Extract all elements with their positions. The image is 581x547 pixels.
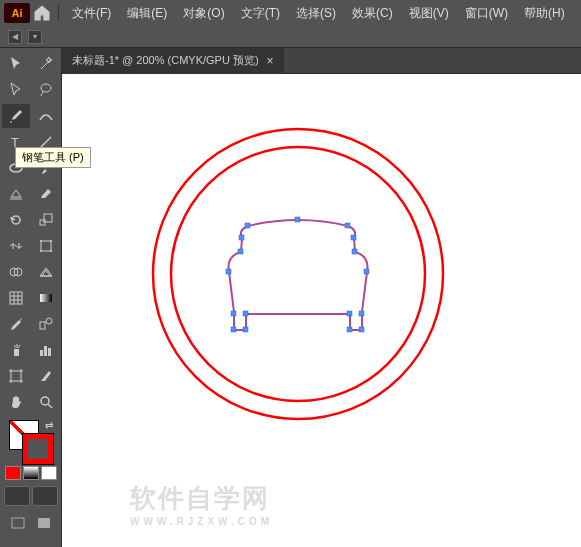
gradient-tool[interactable]: [32, 286, 60, 310]
svg-rect-33: [359, 311, 364, 316]
blend-tool[interactable]: [32, 312, 60, 336]
shape-builder-tool[interactable]: [2, 260, 30, 284]
svg-rect-25: [38, 518, 50, 528]
svg-rect-21: [11, 371, 21, 381]
options-bar: ◀ ▾: [0, 26, 581, 48]
svg-line-2: [41, 137, 51, 147]
fill-stroke-selector[interactable]: ⇄: [9, 420, 53, 464]
canvas[interactable]: [62, 74, 581, 547]
curvature-tool[interactable]: [32, 104, 60, 128]
color-swatch[interactable]: [5, 466, 21, 480]
draw-normal-icon[interactable]: [4, 486, 30, 506]
menu-view[interactable]: 视图(V): [402, 2, 456, 25]
tab-title: 未标题-1* @ 200% (CMYK/GPU 预览): [72, 53, 259, 68]
magic-wand-tool[interactable]: [32, 52, 60, 76]
watermark: 软件自学网 WWW.RJZXW.COM: [130, 481, 273, 527]
svg-rect-39: [231, 327, 236, 332]
close-icon[interactable]: ×: [267, 54, 274, 68]
svg-rect-28: [295, 217, 300, 222]
svg-rect-31: [352, 249, 357, 254]
free-transform-tool[interactable]: [32, 234, 60, 258]
scale-tool[interactable]: [32, 208, 60, 232]
menu-window[interactable]: 窗口(W): [458, 2, 515, 25]
pen-tool[interactable]: [2, 104, 30, 128]
perspective-grid-tool[interactable]: [32, 260, 60, 284]
hand-tool[interactable]: [2, 390, 30, 414]
eraser-tool[interactable]: [32, 182, 60, 206]
lasso-tool[interactable]: [32, 78, 60, 102]
svg-rect-26: [239, 235, 244, 240]
svg-rect-19: [44, 346, 47, 356]
home-icon[interactable]: [32, 3, 52, 23]
document-tab[interactable]: 未标题-1* @ 200% (CMYK/GPU 预览) ×: [62, 48, 284, 74]
svg-point-22: [41, 397, 49, 405]
screen-mode-alt-icon[interactable]: [33, 514, 55, 532]
outer-circle[interactable]: [153, 129, 443, 419]
svg-rect-17: [14, 349, 19, 356]
gradient-swatch[interactable]: [23, 466, 39, 480]
svg-rect-36: [347, 311, 352, 316]
svg-rect-41: [226, 269, 231, 274]
menu-select[interactable]: 选择(S): [289, 2, 343, 25]
symbol-sprayer-tool[interactable]: [2, 338, 30, 362]
width-tool[interactable]: [2, 234, 30, 258]
sofa-path-selected[interactable]: [226, 217, 369, 332]
panel-collapse-icon[interactable]: ▾: [28, 30, 42, 44]
shaper-tool[interactable]: [2, 182, 30, 206]
inner-circle[interactable]: [171, 147, 425, 401]
mesh-tool[interactable]: [2, 286, 30, 310]
svg-point-9: [40, 250, 42, 252]
svg-point-7: [40, 240, 42, 242]
svg-point-10: [50, 250, 52, 252]
rotate-tool[interactable]: [2, 208, 30, 232]
svg-rect-38: [243, 327, 248, 332]
menu-text[interactable]: 文字(T): [234, 2, 287, 25]
svg-rect-35: [347, 327, 352, 332]
svg-rect-30: [351, 235, 356, 240]
menu-edit[interactable]: 编辑(E): [120, 2, 174, 25]
svg-rect-24: [12, 518, 24, 528]
svg-rect-32: [364, 269, 369, 274]
svg-rect-42: [238, 249, 243, 254]
none-swatch[interactable]: [41, 466, 57, 480]
svg-rect-37: [243, 311, 248, 316]
svg-rect-15: [40, 322, 45, 329]
svg-point-16: [46, 318, 52, 324]
column-graph-tool[interactable]: [32, 338, 60, 362]
color-mode-swatches: [5, 466, 57, 480]
separator: [58, 5, 59, 21]
menu-object[interactable]: 对象(O): [176, 2, 231, 25]
swap-fill-stroke-icon[interactable]: ⇄: [45, 420, 53, 431]
svg-rect-29: [345, 223, 350, 228]
slice-tool[interactable]: [32, 364, 60, 388]
svg-rect-40: [231, 311, 236, 316]
app-logo: Ai: [4, 3, 30, 23]
svg-rect-27: [245, 223, 250, 228]
menu-effect[interactable]: 效果(C): [345, 2, 400, 25]
svg-rect-14: [40, 294, 52, 302]
stroke-color[interactable]: [23, 434, 53, 464]
screen-mode-icon[interactable]: [7, 514, 29, 532]
svg-rect-20: [48, 348, 51, 356]
panel-toggle-icon[interactable]: ◀: [8, 30, 22, 44]
svg-point-8: [50, 240, 52, 242]
direct-selection-tool[interactable]: [2, 78, 30, 102]
svg-line-23: [48, 404, 52, 408]
toolbar: T ⇄: [0, 48, 62, 547]
svg-rect-34: [359, 327, 364, 332]
selection-tool[interactable]: [2, 52, 30, 76]
svg-rect-13: [10, 292, 22, 304]
svg-rect-18: [40, 350, 43, 356]
artboard-tool[interactable]: [2, 364, 30, 388]
eyedropper-tool[interactable]: [2, 312, 30, 336]
menu-file[interactable]: 文件(F): [65, 2, 118, 25]
menu-help[interactable]: 帮助(H): [517, 2, 572, 25]
draw-behind-icon[interactable]: [32, 486, 58, 506]
svg-point-0: [41, 84, 51, 92]
svg-rect-6: [41, 241, 51, 251]
zoom-tool[interactable]: [32, 390, 60, 414]
tooltip: 钢笔工具 (P): [15, 147, 91, 168]
